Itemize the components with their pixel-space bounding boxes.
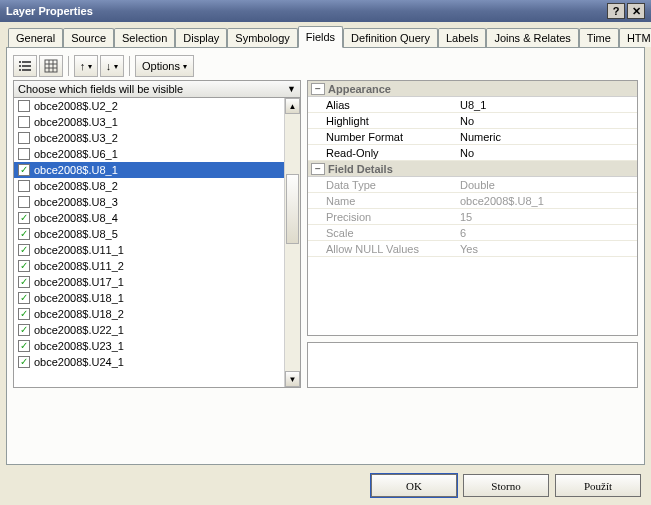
field-row[interactable]: obce2008$.U6_1 bbox=[14, 146, 284, 162]
field-checkbox[interactable]: ✓ bbox=[18, 244, 30, 256]
field-list-header[interactable]: Choose which fields will be visible ▼ bbox=[13, 80, 301, 98]
field-row[interactable]: ✓obce2008$.U18_2 bbox=[14, 306, 284, 322]
table-view-button[interactable] bbox=[39, 55, 63, 77]
field-row[interactable]: obce2008$.U8_3 bbox=[14, 194, 284, 210]
scrollbar[interactable]: ▲ ▼ bbox=[284, 98, 300, 387]
field-checkbox[interactable] bbox=[18, 148, 30, 160]
tab-general[interactable]: General bbox=[8, 28, 63, 47]
field-checkbox[interactable]: ✓ bbox=[18, 308, 30, 320]
group-title: Appearance bbox=[328, 83, 391, 95]
field-label: obce2008$.U3_1 bbox=[34, 116, 118, 128]
field-row[interactable]: ✓obce2008$.U11_1 bbox=[14, 242, 284, 258]
property-value: U8_1 bbox=[458, 99, 637, 111]
field-row[interactable]: obce2008$.U8_2 bbox=[14, 178, 284, 194]
tab-joins-relates[interactable]: Joins & Relates bbox=[486, 28, 578, 47]
cancel-button[interactable]: Storno bbox=[463, 474, 549, 497]
tab-labels[interactable]: Labels bbox=[438, 28, 486, 47]
field-checkbox[interactable] bbox=[18, 116, 30, 128]
field-list: obce2008$.U2_2obce2008$.U3_1obce2008$.U3… bbox=[13, 98, 301, 388]
scroll-down-button[interactable]: ▼ bbox=[285, 371, 300, 387]
options-label: Options bbox=[142, 60, 180, 72]
scroll-thumb[interactable] bbox=[286, 174, 299, 244]
property-value: Numeric bbox=[458, 131, 637, 143]
collapse-toggle[interactable]: − bbox=[311, 83, 325, 95]
table-icon bbox=[44, 59, 58, 73]
field-checkbox[interactable] bbox=[18, 100, 30, 112]
property-grid: −AppearanceAliasU8_1HighlightNoNumber Fo… bbox=[307, 80, 638, 336]
apply-button[interactable]: Použít bbox=[555, 474, 641, 497]
property-row[interactable]: Number FormatNumeric bbox=[308, 129, 637, 145]
svg-rect-0 bbox=[19, 61, 21, 63]
svg-rect-5 bbox=[22, 69, 31, 71]
field-row[interactable]: ✓obce2008$.U22_1 bbox=[14, 322, 284, 338]
close-button[interactable]: ✕ bbox=[627, 3, 645, 19]
tab-display[interactable]: Display bbox=[175, 28, 227, 47]
tabstrip: GeneralSourceSelectionDisplaySymbologyFi… bbox=[6, 26, 645, 47]
field-list-header-label: Choose which fields will be visible bbox=[18, 83, 183, 95]
field-label: obce2008$.U23_1 bbox=[34, 340, 124, 352]
field-checkbox[interactable]: ✓ bbox=[18, 324, 30, 336]
field-row[interactable]: ✓obce2008$.U18_1 bbox=[14, 290, 284, 306]
field-label: obce2008$.U2_2 bbox=[34, 100, 118, 112]
options-button[interactable]: Options ▾ bbox=[135, 55, 194, 77]
tab-time[interactable]: Time bbox=[579, 28, 619, 47]
field-checkbox[interactable]: ✓ bbox=[18, 260, 30, 272]
chevron-down-icon: ▾ bbox=[88, 62, 92, 71]
field-row[interactable]: obce2008$.U3_1 bbox=[14, 114, 284, 130]
property-label: Read-Only bbox=[308, 147, 458, 159]
field-checkbox[interactable]: ✓ bbox=[18, 340, 30, 352]
property-value: obce2008$.U8_1 bbox=[458, 195, 637, 207]
list-icon bbox=[18, 59, 32, 73]
field-row[interactable]: obce2008$.U3_2 bbox=[14, 130, 284, 146]
field-label: obce2008$.U8_4 bbox=[34, 212, 118, 224]
tab-fields[interactable]: Fields bbox=[298, 26, 343, 48]
field-label: obce2008$.U8_3 bbox=[34, 196, 118, 208]
field-checkbox[interactable]: ✓ bbox=[18, 292, 30, 304]
field-row[interactable]: ✓obce2008$.U11_2 bbox=[14, 258, 284, 274]
ok-button[interactable]: OK bbox=[371, 474, 457, 497]
tab-symbology[interactable]: Symbology bbox=[227, 28, 297, 47]
field-checkbox[interactable]: ✓ bbox=[18, 212, 30, 224]
field-row[interactable]: ✓obce2008$.U17_1 bbox=[14, 274, 284, 290]
property-label: Name bbox=[308, 195, 458, 207]
property-value: Yes bbox=[458, 243, 637, 255]
scroll-up-button[interactable]: ▲ bbox=[285, 98, 300, 114]
property-row: Scale6 bbox=[308, 225, 637, 241]
field-row[interactable]: ✓obce2008$.U8_1 bbox=[14, 162, 284, 178]
chevron-down-icon: ▾ bbox=[114, 62, 118, 71]
tab-html-popup[interactable]: HTML Popup bbox=[619, 28, 651, 47]
field-checkbox[interactable]: ✓ bbox=[18, 228, 30, 240]
field-row[interactable]: ✓obce2008$.U8_4 bbox=[14, 210, 284, 226]
tab-selection[interactable]: Selection bbox=[114, 28, 175, 47]
field-checkbox[interactable] bbox=[18, 196, 30, 208]
list-view-button[interactable] bbox=[13, 55, 37, 77]
field-row[interactable]: ✓obce2008$.U23_1 bbox=[14, 338, 284, 354]
svg-rect-3 bbox=[22, 65, 31, 67]
field-checkbox[interactable] bbox=[18, 132, 30, 144]
collapse-toggle[interactable]: − bbox=[311, 163, 325, 175]
group-header: −Appearance bbox=[308, 81, 637, 97]
move-down-button[interactable]: ↓▾ bbox=[100, 55, 124, 77]
svg-rect-1 bbox=[22, 61, 31, 63]
field-row[interactable]: ✓obce2008$.U8_5 bbox=[14, 226, 284, 242]
svg-rect-6 bbox=[45, 60, 57, 72]
tab-definition-query[interactable]: Definition Query bbox=[343, 28, 438, 47]
field-checkbox[interactable]: ✓ bbox=[18, 164, 30, 176]
property-row[interactable]: AliasU8_1 bbox=[308, 97, 637, 113]
field-checkbox[interactable] bbox=[18, 180, 30, 192]
fields-tab-panel: ↑▾ ↓▾ Options ▾ Choose which fields will… bbox=[6, 47, 645, 465]
move-up-button[interactable]: ↑▾ bbox=[74, 55, 98, 77]
help-button[interactable]: ? bbox=[607, 3, 625, 19]
field-checkbox[interactable]: ✓ bbox=[18, 276, 30, 288]
property-row[interactable]: Read-OnlyNo bbox=[308, 145, 637, 161]
field-checkbox[interactable]: ✓ bbox=[18, 356, 30, 368]
field-row[interactable]: ✓obce2008$.U24_1 bbox=[14, 354, 284, 370]
property-row[interactable]: HighlightNo bbox=[308, 113, 637, 129]
field-row[interactable]: obce2008$.U2_2 bbox=[14, 98, 284, 114]
field-label: obce2008$.U11_1 bbox=[34, 244, 124, 256]
field-label: obce2008$.U8_5 bbox=[34, 228, 118, 240]
tab-source[interactable]: Source bbox=[63, 28, 114, 47]
scroll-track[interactable] bbox=[285, 114, 300, 371]
property-label: Number Format bbox=[308, 131, 458, 143]
property-value: 6 bbox=[458, 227, 637, 239]
